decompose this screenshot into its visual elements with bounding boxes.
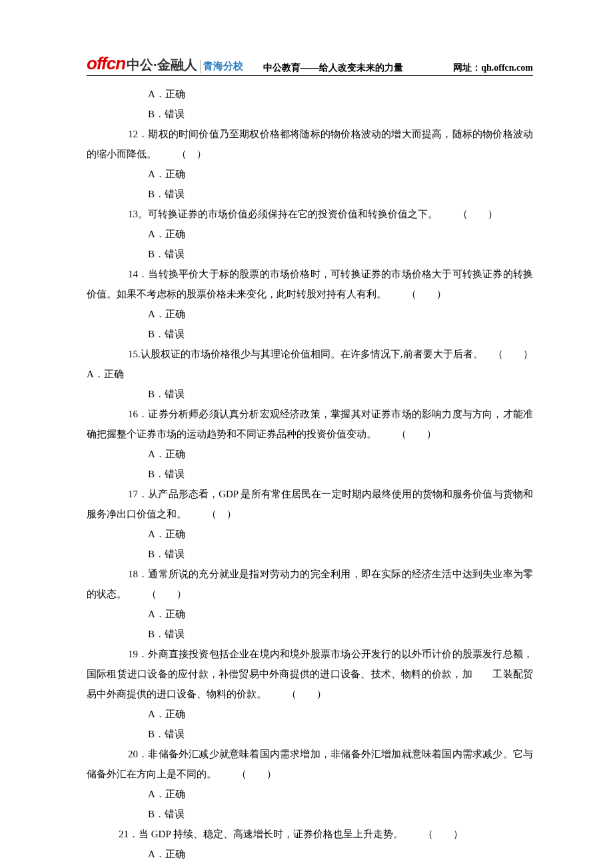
q14-option-a: A．正确: [87, 304, 533, 324]
q13-option-b: B．错误: [87, 244, 533, 264]
q18-option-b: B．错误: [87, 624, 533, 644]
logo: offcn 中公·金融人 青海分校: [87, 53, 243, 74]
q15-option-b: B．错误: [87, 384, 533, 404]
q19-option-a: A．正确: [87, 704, 533, 724]
logo-offcn-text: offcn: [87, 53, 125, 74]
q17-option-a: A．正确: [87, 524, 533, 544]
question-20: 20．非储备外汇减少就意味着国内需求增加，非储备外汇增加就意味着国内需求减少。它…: [87, 744, 533, 784]
q21-option-b: B．错溪: [87, 864, 533, 868]
question-15-line1: 15.认股权证的市场价格很少与其理论价值相同。在许多情况下,前者要大于后者。 （…: [87, 344, 533, 364]
logo-brand-text: 中公·金融人: [127, 56, 197, 74]
page-container: offcn 中公·金融人 青海分校 中公教育——给人改变未来的力量 网址：qh.…: [0, 0, 613, 868]
question-14: 14．当转换平价大于标的股票的市场价格时，可转换证券的市场价格大于可转换证券的转…: [87, 264, 533, 304]
question-12: 12．期权的时间价值乃至期权价格都将随标的物价格波动的增大而提高，随标的物价格波…: [87, 124, 533, 164]
q17-option-b: B．错误: [87, 544, 533, 564]
q20-option-b: B．错误: [87, 804, 533, 824]
q16-option-b: B．错误: [87, 464, 533, 484]
header-slogan: 中公教育——给人改变未来的力量: [243, 62, 454, 74]
q14-option-b: B．错误: [87, 324, 533, 344]
q19-option-b: B．错误: [87, 724, 533, 744]
question-17: 17．从产品形态看，GDP 是所有常住居民在一定时期内最终使用的货物和服务价值与…: [87, 484, 533, 524]
question-15-option-a: A．正确: [87, 364, 533, 384]
q20-option-a: A．正确: [87, 784, 533, 804]
q12-option-b: B．错误: [87, 184, 533, 204]
q11-option-a: A．正确: [87, 84, 533, 104]
page-header: offcn 中公·金融人 青海分校 中公教育——给人改变未来的力量 网址：qh.…: [87, 53, 533, 76]
q16-option-a: A．正确: [87, 444, 533, 464]
document-body: A．正确 B．错误 12．期权的时间价值乃至期权价格都将随标的物价格波动的增大而…: [87, 84, 533, 868]
header-url: 网址：qh.offcn.com: [453, 62, 533, 74]
q11-option-b: B．错误: [87, 104, 533, 124]
question-13: 13。可转换证券的市场价值必须保持在它的投资价值和转换价值之下。 （ ）: [87, 204, 533, 224]
question-19: 19．外商直接投资包括企业在境内和境外股票市场公开发行的以外币计价的股票发行总额…: [87, 644, 533, 704]
question-16: 16．证券分析师必须认真分析宏观经济政策，掌握其对证券市场的影响力度与方向，才能…: [87, 404, 533, 444]
q12-option-a: A．正确: [87, 164, 533, 184]
q18-option-a: A．正确: [87, 604, 533, 624]
q13-option-a: A．正确: [87, 224, 533, 244]
question-21: 21．当 GDP 持续、稳定、高速增长时，证券价格也呈上升走势。 （ ）: [87, 824, 533, 844]
q21-option-a: A．正确: [87, 844, 533, 864]
question-18: 18．通常所说的充分就业是指对劳动力的完全利用，即在实际的经济生活中达到失业率为…: [87, 564, 533, 604]
logo-branch-text: 青海分校: [200, 60, 243, 73]
